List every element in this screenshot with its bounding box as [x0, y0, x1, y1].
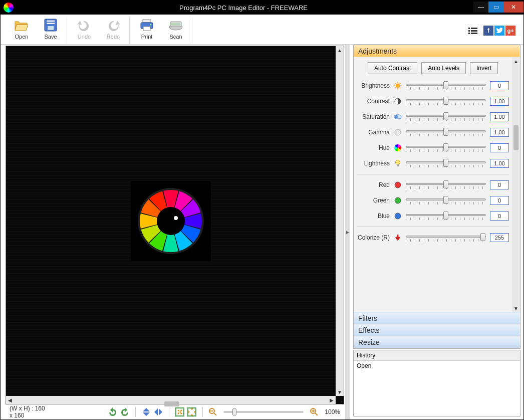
- red-slider[interactable]: [406, 180, 486, 189]
- svg-rect-16: [468, 33, 470, 34]
- history-panel: History Open: [353, 350, 520, 416]
- flip-horizontal-icon[interactable]: [154, 407, 163, 416]
- red-icon: [394, 181, 402, 189]
- svg-rect-14: [468, 30, 470, 32]
- zoom-out-icon[interactable]: [208, 407, 217, 416]
- saturation-value[interactable]: 1.00: [490, 112, 509, 121]
- redo-button[interactable]: Redo: [102, 18, 124, 44]
- svg-point-44: [396, 160, 400, 165]
- scanner-icon: [168, 18, 184, 33]
- brightness-value[interactable]: 0: [490, 81, 509, 90]
- redo-icon: [105, 18, 121, 33]
- close-button[interactable]: ✕: [503, 2, 523, 13]
- collapse-handle[interactable]: ▶: [345, 45, 350, 419]
- contrast-label: Contrast: [357, 98, 390, 105]
- svg-line-38: [400, 83, 401, 84]
- brightness-slider[interactable]: [406, 81, 486, 90]
- filters-header[interactable]: Filters: [354, 312, 520, 324]
- effects-header[interactable]: Effects: [354, 324, 520, 336]
- scan-button[interactable]: Scan: [165, 18, 187, 44]
- gamma-label: Gamma: [357, 129, 390, 136]
- twitter-icon[interactable]: [494, 26, 504, 36]
- colorize-label: Colorize (R): [357, 234, 390, 241]
- svg-line-34: [395, 88, 396, 89]
- resize-header[interactable]: Resize: [354, 336, 520, 348]
- svg-rect-13: [471, 28, 477, 29]
- panel-scrollbar[interactable]: ▲▼: [512, 57, 520, 312]
- svg-rect-3: [47, 21, 55, 22]
- hue-slider[interactable]: [406, 143, 486, 152]
- open-button[interactable]: Open: [11, 18, 33, 44]
- svg-rect-5: [143, 20, 151, 23]
- list-icon[interactable]: [468, 27, 477, 34]
- actual-size-icon[interactable]: [187, 407, 196, 416]
- maximize-button[interactable]: ▭: [488, 2, 503, 13]
- zoom-label: 100%: [325, 408, 340, 415]
- blue-value[interactable]: 0: [490, 212, 509, 221]
- flip-vertical-icon[interactable]: [142, 407, 151, 416]
- auto-levels-button[interactable]: Auto Levels: [421, 62, 466, 74]
- minimize-button[interactable]: —: [473, 2, 488, 13]
- green-label: Green: [357, 197, 390, 204]
- svg-rect-12: [468, 28, 470, 29]
- lightness-slider[interactable]: [406, 159, 486, 168]
- colorize-slider[interactable]: [406, 233, 486, 242]
- red-value[interactable]: 0: [490, 180, 509, 189]
- contrast-value[interactable]: 1.00: [490, 97, 509, 106]
- gamma-value[interactable]: 1.00: [490, 128, 509, 137]
- brightness-label: Brightness: [357, 82, 390, 89]
- horizontal-scrollbar[interactable]: ◀▶: [6, 396, 336, 404]
- auto-contrast-button[interactable]: Auto Contrast: [368, 62, 417, 74]
- rotate-left-icon[interactable]: [108, 407, 117, 416]
- gamma-icon: [394, 128, 402, 136]
- undo-button[interactable]: Undo: [73, 18, 95, 44]
- green-slider[interactable]: [406, 196, 486, 205]
- toolbar: Open Save Undo Redo: [1, 15, 523, 45]
- contrast-slider[interactable]: [406, 97, 486, 106]
- svg-line-24: [214, 413, 216, 415]
- titlebar: Program4Pc PC Image Editor - FREEWARE — …: [1, 1, 523, 15]
- saturation-slider[interactable]: [406, 112, 486, 121]
- save-button[interactable]: Save: [40, 18, 62, 44]
- history-item[interactable]: Open: [357, 362, 517, 369]
- colorize-icon: [394, 234, 402, 242]
- svg-line-36: [395, 83, 396, 84]
- saturation-label: Saturation: [357, 113, 390, 120]
- zoom-slider[interactable]: [223, 411, 304, 413]
- app-icon: [4, 3, 14, 13]
- svg-rect-15: [471, 30, 477, 32]
- fit-screen-icon[interactable]: [175, 407, 184, 416]
- colorize-value[interactable]: 255: [490, 233, 509, 242]
- gamma-slider[interactable]: [406, 128, 486, 137]
- floppy-disk-icon: [43, 18, 59, 33]
- googleplus-icon[interactable]: g+: [505, 26, 515, 36]
- svg-point-19: [157, 207, 185, 235]
- svg-rect-7: [143, 27, 150, 31]
- zoom-in-icon[interactable]: [310, 407, 319, 416]
- red-label: Red: [357, 181, 390, 188]
- svg-point-47: [395, 197, 401, 203]
- svg-rect-4: [47, 22, 55, 23]
- lightness-icon: [394, 159, 402, 167]
- svg-point-20: [174, 216, 178, 220]
- adjustments-header[interactable]: Adjustments: [354, 45, 520, 57]
- facebook-icon[interactable]: f: [483, 26, 493, 36]
- hue-value[interactable]: 0: [490, 143, 509, 152]
- green-value[interactable]: 0: [490, 196, 509, 205]
- print-button[interactable]: Print: [136, 18, 158, 44]
- brightness-icon: [394, 82, 402, 90]
- svg-rect-17: [471, 33, 477, 34]
- statusbar: (W x H) : 160 x 160: [6, 404, 344, 419]
- blue-slider[interactable]: [406, 212, 486, 221]
- hue-label: Hue: [357, 144, 390, 151]
- saturation-icon: [394, 113, 402, 121]
- canvas[interactable]: ▲▼ ◀▶: [6, 46, 344, 404]
- window-title: Program4Pc PC Image Editor - FREEWARE: [14, 4, 473, 12]
- lightness-value[interactable]: 1.00: [490, 159, 509, 168]
- svg-point-48: [395, 213, 401, 219]
- hue-icon: [394, 144, 402, 152]
- invert-button[interactable]: Invert: [470, 62, 498, 74]
- dimensions-label: (W x H) : 160 x 160: [10, 405, 46, 419]
- vertical-scrollbar[interactable]: ▲▼: [336, 46, 344, 396]
- rotate-right-icon[interactable]: [120, 407, 129, 416]
